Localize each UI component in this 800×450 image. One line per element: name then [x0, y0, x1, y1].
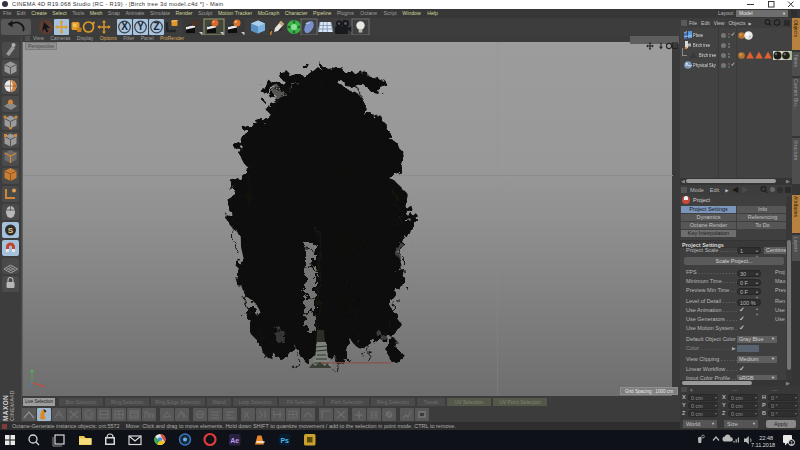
- svg-text:X: X: [121, 21, 128, 32]
- svg-text:1: 1: [790, 440, 793, 446]
- svg-text:U: U: [87, 412, 91, 418]
- svg-text:S: S: [8, 226, 14, 235]
- svg-text:Y: Y: [137, 21, 144, 32]
- svg-text:22:48: 22:48: [759, 435, 773, 441]
- svg-text:Z: Z: [153, 21, 159, 32]
- svg-text:Ps: Ps: [280, 437, 289, 444]
- svg-text:Ae: Ae: [230, 437, 239, 444]
- svg-text:7.11.2018: 7.11.2018: [751, 442, 775, 448]
